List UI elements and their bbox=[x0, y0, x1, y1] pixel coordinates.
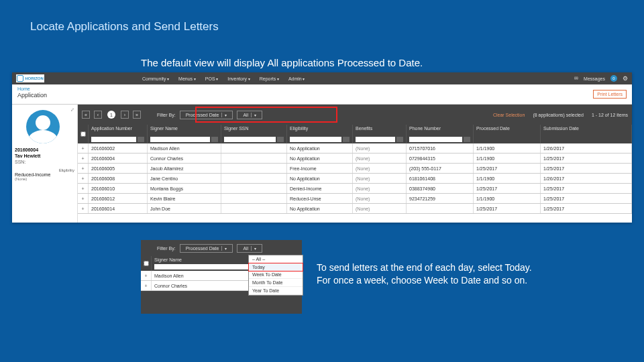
col-submission[interactable]: Submission Date bbox=[543, 126, 629, 131]
col-phone[interactable]: Phone Number bbox=[409, 126, 470, 131]
page-subtitle: The default view will display All applic… bbox=[141, 57, 423, 68]
last-page-button[interactable]: » bbox=[133, 111, 141, 119]
cell-processed: 1/25/2017 bbox=[474, 184, 541, 193]
cell-submission: 1/25/2017 bbox=[541, 164, 632, 173]
clear-selection-link[interactable]: Clear Selection bbox=[493, 113, 525, 117]
filter-by-label: Filter By: bbox=[157, 113, 176, 117]
top-nav: HORIZON Community Menus POS Inventory Re… bbox=[12, 72, 632, 84]
filter-toolbar: « ‹ 1 › » Filter By: Processed Date▾ All… bbox=[78, 105, 632, 125]
cell-processed: 1/1/1900 bbox=[474, 143, 541, 153]
filter-benefits[interactable] bbox=[356, 137, 395, 142]
cell-app-number: 201606008 bbox=[89, 174, 148, 183]
breadcrumb[interactable]: Home bbox=[17, 86, 627, 91]
expand-row-button[interactable]: + bbox=[78, 174, 89, 183]
filter-signer-ssn[interactable] bbox=[224, 137, 276, 142]
cell-signer-name: Connor Charles bbox=[148, 154, 221, 163]
table-header: Application Number Signer Name Signer SS… bbox=[78, 125, 632, 143]
cell-benefits: (None) bbox=[353, 184, 407, 193]
cell-signer-ssn bbox=[221, 143, 287, 153]
expand-row-button[interactable]: + bbox=[141, 281, 152, 290]
cell-phone bbox=[407, 204, 474, 213]
filter-icon[interactable] bbox=[211, 137, 218, 142]
expand-row-button[interactable]: + bbox=[141, 271, 152, 280]
filter-icon[interactable] bbox=[138, 137, 144, 142]
filter-range-dropdown[interactable]: All▾ bbox=[237, 111, 262, 119]
paging-info: 1 - 12 of 12 items bbox=[592, 113, 628, 117]
dropdown-option[interactable]: Year To Date bbox=[249, 287, 303, 295]
expand-row-button[interactable]: + bbox=[78, 194, 89, 203]
select-all-checkbox[interactable] bbox=[144, 261, 149, 266]
cell-eligibility: No Application bbox=[287, 174, 353, 183]
cell-signer-name: Jane Centino bbox=[148, 174, 221, 183]
cell-app-number: 201606002 bbox=[89, 143, 148, 153]
expand-row-button[interactable]: + bbox=[78, 184, 89, 193]
page-heading: Application bbox=[17, 92, 627, 99]
eligibility-value: Reduced-Income bbox=[15, 172, 74, 177]
cell-benefits: (None) bbox=[353, 194, 407, 203]
next-page-button[interactable]: › bbox=[121, 111, 129, 119]
menu-inventory[interactable]: Inventory bbox=[227, 76, 250, 81]
cell-phone: 0388374980 bbox=[407, 184, 474, 193]
chevron-down-icon: ▾ bbox=[221, 246, 227, 251]
messages-label: Messages bbox=[584, 76, 605, 81]
table-row[interactable]: +201606005Jacob AltamirezFree-Income(Non… bbox=[78, 164, 632, 174]
cell-processed: 1/25/2017 bbox=[474, 204, 541, 213]
table-row[interactable]: +201606002Madison AllenNo Application(No… bbox=[78, 143, 632, 154]
menu-community[interactable]: Community bbox=[142, 76, 169, 81]
date-range-dropdown-menu: – All –TodayWeek To DateMonth To DateYea… bbox=[248, 255, 303, 296]
col-processed[interactable]: Processed Date bbox=[476, 126, 537, 131]
select-all-checkbox[interactable] bbox=[80, 131, 86, 137]
print-letters-button[interactable]: Print Letters bbox=[593, 90, 627, 99]
cell-app-number: 201606004 bbox=[89, 154, 148, 163]
chevron-down-icon: ▾ bbox=[251, 113, 256, 117]
expand-row-button[interactable]: + bbox=[78, 154, 89, 163]
expand-row-button[interactable]: + bbox=[78, 143, 89, 153]
table-row[interactable]: +201606014John DoeNo Application(None)1/… bbox=[78, 204, 632, 214]
dropdown-option[interactable]: Week To Date bbox=[249, 271, 303, 279]
filter-signer-name[interactable] bbox=[150, 137, 210, 142]
col-signer-ssn[interactable]: Signer SSN bbox=[224, 126, 284, 131]
col-eligibility[interactable]: Eligibility bbox=[290, 126, 350, 131]
cell-processed: 1/25/2017 bbox=[474, 164, 541, 173]
cell-signer-name: Kevin Blaire bbox=[148, 194, 221, 203]
table-row[interactable]: +201606012Kevin BlaireReduced-Unse(None)… bbox=[78, 194, 632, 204]
filter-phone[interactable] bbox=[409, 137, 462, 142]
filter-icon[interactable] bbox=[277, 137, 284, 142]
filter-range-dropdown[interactable]: All▾ bbox=[237, 244, 262, 253]
filter-eligibility[interactable] bbox=[290, 137, 341, 142]
col-signer-name[interactable]: Signer Name bbox=[150, 126, 218, 131]
filter-field-dropdown[interactable]: Processed Date▾ bbox=[180, 111, 233, 119]
filter-icon[interactable] bbox=[396, 137, 403, 142]
table-row[interactable]: +201606008Jane CentinoNo Application(Non… bbox=[78, 174, 632, 184]
menu-menus[interactable]: Menus bbox=[178, 76, 196, 81]
messages-icon[interactable]: ✉ bbox=[574, 76, 578, 81]
maximize-icon[interactable]: ⤢ bbox=[70, 107, 74, 113]
table-row[interactable]: +201606010Montana BoggsDenied-Income(Non… bbox=[78, 184, 632, 194]
cell-submission: 1/25/2017 bbox=[541, 194, 632, 203]
table-row[interactable]: +201606004Connor CharlesNo Application(N… bbox=[78, 154, 632, 164]
gear-icon[interactable]: ⚙ bbox=[623, 75, 628, 82]
filter-icon[interactable] bbox=[343, 137, 350, 142]
cell-app-number: 201606012 bbox=[89, 194, 148, 203]
filter-icon[interactable] bbox=[464, 137, 470, 142]
filter-app-number[interactable] bbox=[91, 137, 136, 142]
dropdown-option[interactable]: Month To Date bbox=[249, 279, 303, 287]
filter-field-dropdown[interactable]: Processed Date▾ bbox=[180, 244, 233, 253]
cell-submission: 1/25/2017 bbox=[541, 184, 632, 193]
prev-page-button[interactable]: ‹ bbox=[94, 111, 102, 119]
ssn-label: SSN: bbox=[15, 160, 74, 164]
page-number[interactable]: 1 bbox=[107, 111, 115, 119]
expand-row-button[interactable]: + bbox=[78, 204, 89, 213]
col-app-number[interactable]: Application Number bbox=[91, 126, 144, 131]
cell-signer-ssn bbox=[221, 184, 287, 193]
first-page-button[interactable]: « bbox=[82, 111, 90, 119]
menu-admin[interactable]: Admin bbox=[288, 76, 305, 81]
table-body: +201606002Madison AllenNo Application(No… bbox=[78, 143, 632, 214]
menu-pos[interactable]: POS bbox=[205, 76, 218, 81]
expand-row-button[interactable]: + bbox=[78, 164, 89, 173]
cell-phone: 9234721259 bbox=[407, 194, 474, 203]
col-benefits[interactable]: Benefits bbox=[356, 126, 403, 131]
cell-processed: 1/1/1900 bbox=[474, 194, 541, 203]
cell-eligibility: Free-Income bbox=[287, 164, 353, 173]
menu-reports[interactable]: Reports bbox=[260, 76, 279, 81]
